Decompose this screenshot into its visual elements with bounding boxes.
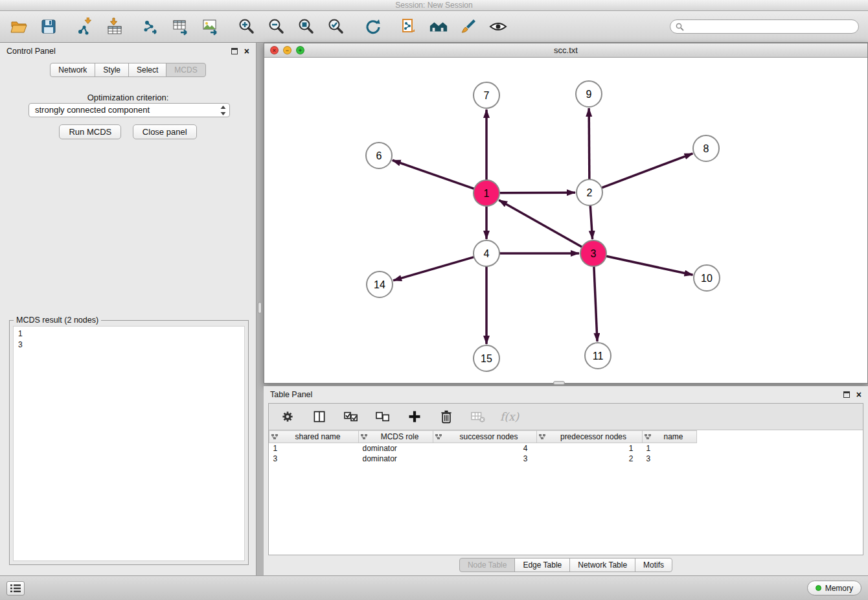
memory-status-dot-icon [816,585,821,591]
import-table-icon[interactable] [105,17,124,36]
task-history-button[interactable] [6,581,25,595]
function-builder-fx-icon[interactable]: f(x) [500,410,519,423]
tab-edge-table[interactable]: Edge Table [514,558,570,572]
column-header-name[interactable]: name [643,431,697,443]
zoom-fit-icon[interactable] [297,17,316,36]
tab-style[interactable]: Style [95,63,129,77]
close-panel-icon[interactable]: × [244,48,249,54]
tab-select[interactable]: Select [128,63,166,77]
network-window-titlebar[interactable]: × − + scc.txt [264,43,867,58]
network-graph[interactable]: 7968124314101511 [264,58,867,383]
show-hide-details-eye-icon[interactable] [488,17,508,36]
panel-splitter-vertical[interactable] [258,302,262,314]
node-11[interactable]: 11 [585,343,611,369]
optimization-criterion-select[interactable]: strongly connected component [29,103,230,117]
table-row[interactable]: 1dominator411 [269,443,863,454]
panel-splitter-horizontal[interactable] [553,381,565,385]
edge-3-10[interactable] [606,256,693,275]
table-cell[interactable]: 2 [537,454,643,464]
float-table-panel-icon[interactable] [843,391,850,398]
svg-text:2: 2 [587,187,593,198]
node-4[interactable]: 4 [474,240,499,266]
table-cell[interactable]: 1 [269,443,359,454]
svg-text:15: 15 [481,353,492,364]
network-canvas[interactable]: 7968124314101511 [264,58,867,383]
column-header-successor-nodes[interactable]: successor nodes [433,431,537,443]
node-3[interactable]: 3 [580,240,606,266]
open-session-icon[interactable] [9,17,29,36]
delete-table-icon[interactable] [468,407,488,426]
window-minimize-icon[interactable]: − [283,46,291,54]
save-session-icon[interactable] [39,17,58,36]
table-cell[interactable]: 3 [433,454,537,464]
node-7[interactable]: 7 [474,82,499,108]
export-network-icon[interactable] [141,17,161,36]
mcds-result-body[interactable]: 1 3 [13,326,245,561]
table-cell[interactable]: 4 [433,443,537,454]
zoom-in-icon[interactable] [237,17,257,36]
column-header-predecessor-nodes[interactable]: predecessor nodes [537,431,643,443]
optimization-criterion-label: Optimization criterion: [0,93,256,102]
memory-label: Memory [825,584,853,593]
column-header-mcds-role[interactable]: MCDS role [359,431,433,443]
node-6[interactable]: 6 [366,143,392,168]
tab-motifs[interactable]: Motifs [635,558,672,572]
memory-button[interactable]: Memory [807,581,862,595]
table-cell[interactable]: 1 [643,443,697,454]
table-cell[interactable]: dominator [359,443,433,454]
zoom-selected-icon[interactable] [326,17,346,36]
export-image-icon[interactable] [201,17,220,36]
deselect-all-rows-icon[interactable] [373,407,393,426]
edge-1-6[interactable] [393,160,474,189]
status-bar: Memory [0,575,868,600]
edge-3-1[interactable] [499,200,582,247]
close-panel-button[interactable]: Close panel [133,124,197,139]
clone-network-icon[interactable] [399,17,418,36]
import-network-icon[interactable] [75,17,95,36]
tab-network-table[interactable]: Network Table [569,558,635,572]
edge-2-3[interactable] [590,205,592,239]
table-header-row: shared name MCDS role successor nodes pr… [269,431,863,443]
window-zoom-icon[interactable]: + [296,46,304,54]
window-close-icon[interactable]: × [270,46,279,54]
run-mcds-button[interactable]: Run MCDS [59,124,121,139]
apply-style-brush-icon[interactable] [459,17,478,36]
delete-rows-trash-icon[interactable] [437,407,456,426]
mcds-result-line: 3 [18,340,240,351]
search-input[interactable] [670,19,859,34]
edge-1-2[interactable] [499,192,575,193]
close-table-panel-icon[interactable]: × [856,391,862,398]
edge-2-9[interactable] [589,108,589,179]
zoom-out-icon[interactable] [267,17,286,36]
float-panel-icon[interactable] [231,48,238,54]
edge-3-11[interactable] [594,266,597,341]
tab-mcds[interactable]: MCDS [166,63,205,77]
add-row-icon[interactable] [405,407,424,426]
edge-4-14[interactable] [393,257,474,281]
node-15[interactable]: 15 [474,345,499,371]
table-cell[interactable]: 3 [643,454,697,464]
table-cell[interactable]: 1 [537,443,643,454]
edge-2-8[interactable] [602,154,693,188]
network-overview-home-icon[interactable] [429,17,448,36]
column-header-shared-name[interactable]: shared name [269,431,359,443]
table-cell[interactable]: 3 [269,454,359,464]
tab-network[interactable]: Network [50,63,95,77]
table-cell[interactable]: dominator [359,454,433,464]
table-options-gear-icon[interactable] [278,407,297,426]
node-14[interactable]: 14 [367,271,393,297]
svg-text:1: 1 [484,188,490,199]
node-9[interactable]: 9 [576,81,602,107]
table-row[interactable]: 3dominator323 [269,454,863,464]
apply-layout-icon[interactable] [363,17,382,36]
node-10[interactable]: 10 [694,265,720,291]
tab-node-table[interactable]: Node Table [459,558,516,572]
export-table-icon[interactable] [171,17,190,36]
table-panel: Table Panel × [264,386,868,575]
select-all-rows-icon[interactable] [341,407,361,426]
node-1[interactable]: 1 [474,180,499,206]
node-8[interactable]: 8 [693,135,719,161]
node-table-area[interactable]: shared name MCDS role successor nodes pr… [269,430,863,555]
node-2[interactable]: 2 [577,179,602,205]
show-columns-icon[interactable] [310,407,329,426]
